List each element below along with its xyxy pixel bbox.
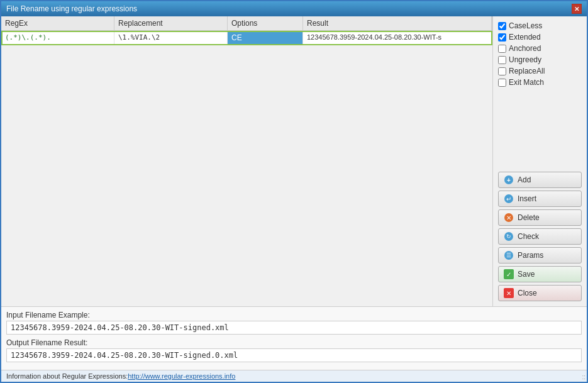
cell-options-0: CE xyxy=(228,31,303,45)
delete-button[interactable]: ✕ Delete xyxy=(498,209,582,226)
checkbox-replaceall-input[interactable] xyxy=(498,67,506,75)
resize-handle[interactable]: :: xyxy=(582,374,585,380)
save-icon: ✓ xyxy=(504,269,514,279)
checkbox-group: CaseLess Extended Anchored Ungreedy Repl… xyxy=(498,21,582,87)
save-button[interactable]: ✓ Save xyxy=(498,266,582,282)
close-button[interactable]: ✕ Close xyxy=(498,285,582,301)
title-bar: File Rename using regular expressions ✕ xyxy=(1,1,587,16)
cell-result-0: 12345678.3959-2024.04.25-08.20.30-WIT-s xyxy=(303,31,492,45)
output-value: 12345678.3959-2024.04.25-08.20.30-WIT-si… xyxy=(6,348,582,362)
checkbox-replaceall-label: ReplaceAll xyxy=(509,67,545,75)
checkbox-extended-label: Extended xyxy=(509,33,541,42)
info-bar: Information about Regular Expressions: h… xyxy=(1,370,587,382)
output-label: Output Filename Result: xyxy=(6,338,582,347)
checkbox-anchored-input[interactable] xyxy=(498,45,506,53)
checkbox-replaceall[interactable]: ReplaceAll xyxy=(498,67,582,75)
window-title: File Rename using regular expressions xyxy=(6,4,137,13)
checkbox-caseless-input[interactable] xyxy=(498,22,506,30)
check-button-label: Check xyxy=(518,232,539,241)
check-button[interactable]: ↻ Check xyxy=(498,228,582,245)
delete-button-label: Delete xyxy=(518,213,540,222)
col-header-replacement: Replacement xyxy=(114,16,228,30)
add-button[interactable]: + Add xyxy=(498,172,582,188)
close-icon: ✕ xyxy=(504,288,514,298)
col-header-options: Options xyxy=(228,16,303,30)
checkbox-ungreedy-input[interactable] xyxy=(498,56,506,64)
params-icon: ☰ xyxy=(504,250,514,260)
content-area: RegEx Replacement Options Result (.*)\.(… xyxy=(1,16,587,306)
cell-replacement-0: \1.%VIA.\2 xyxy=(114,31,228,45)
table-header: RegEx Replacement Options Result xyxy=(1,16,492,31)
save-button-label: Save xyxy=(518,270,535,279)
info-text: Information about Regular Expressions: xyxy=(6,372,128,380)
table-row[interactable]: (.*)\.(.*). \1.%VIA.\2 CE 12345678.3959-… xyxy=(1,31,492,45)
checkbox-exit-match-input[interactable] xyxy=(498,79,506,87)
checkbox-anchored-label: Anchored xyxy=(509,44,541,53)
main-panel: RegEx Replacement Options Result (.*)\.(… xyxy=(1,16,492,306)
checkbox-ungreedy[interactable]: Ungreedy xyxy=(498,55,582,64)
table-area: RegEx Replacement Options Result (.*)\.(… xyxy=(1,16,492,306)
main-window: File Rename using regular expressions ✕ … xyxy=(0,0,588,383)
buttons-group: + Add ↵ Insert ✕ Delete xyxy=(498,172,582,301)
checkbox-caseless-label: CaseLess xyxy=(509,21,542,30)
checkbox-anchored[interactable]: Anchored xyxy=(498,44,582,53)
close-button-label: Close xyxy=(518,289,537,297)
checkbox-extended[interactable]: Extended xyxy=(498,33,582,42)
input-value: 12345678.3959-2024.04.25-08.20.30-WIT-si… xyxy=(6,321,582,335)
cell-regex-0: (.*)\.(.*). xyxy=(1,31,114,45)
insert-button-label: Insert xyxy=(518,194,536,203)
check-icon: ↻ xyxy=(504,231,514,241)
checkbox-extended-input[interactable] xyxy=(498,33,506,42)
checkbox-caseless[interactable]: CaseLess xyxy=(498,21,582,30)
col-header-result: Result xyxy=(303,16,492,30)
window-close-button[interactable]: ✕ xyxy=(572,4,582,14)
table-body: (.*)\.(.*). \1.%VIA.\2 CE 12345678.3959-… xyxy=(1,31,492,304)
insert-button[interactable]: ↵ Insert xyxy=(498,191,582,207)
params-button-label: Params xyxy=(518,251,543,260)
add-button-label: Add xyxy=(518,175,531,184)
params-button[interactable]: ☰ Params xyxy=(498,247,582,264)
insert-icon: ↵ xyxy=(504,194,514,204)
info-link[interactable]: http://www.regular-expressions.info xyxy=(128,372,235,380)
delete-icon: ✕ xyxy=(504,213,514,223)
checkbox-exit-match-label: Exit Match xyxy=(509,78,544,87)
col-header-regex: RegEx xyxy=(1,16,114,30)
add-icon: + xyxy=(504,175,514,185)
checkbox-ungreedy-label: Ungreedy xyxy=(509,55,541,64)
bottom-panel: Input Filename Example: 12345678.3959-20… xyxy=(1,306,587,370)
input-label: Input Filename Example: xyxy=(6,311,582,319)
checkbox-exit-match[interactable]: Exit Match xyxy=(498,78,582,87)
right-panel: CaseLess Extended Anchored Ungreedy Repl… xyxy=(492,16,587,306)
